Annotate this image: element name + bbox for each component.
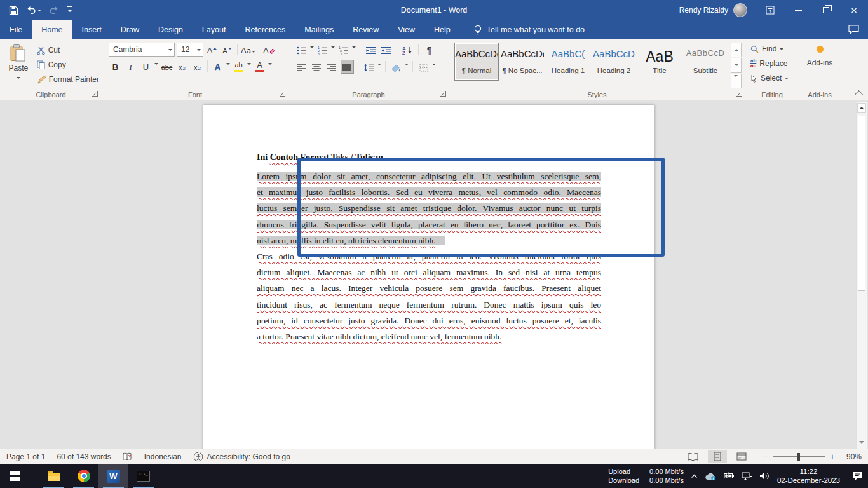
page-count[interactable]: Page 1 of 1 — [6, 452, 45, 461]
taskbar-chrome[interactable] — [69, 464, 98, 488]
multilevel-dropdown-icon[interactable] — [352, 46, 356, 50]
bold-button[interactable]: B — [109, 59, 122, 73]
sort-button[interactable]: AZ — [401, 43, 414, 57]
align-right-button[interactable] — [325, 60, 339, 74]
clear-formatting-button[interactable]: A — [262, 43, 276, 57]
taskbar-terminal[interactable]: C:\_ — [128, 464, 158, 488]
avatar[interactable] — [733, 3, 747, 17]
text-effects-dropdown-icon[interactable] — [226, 63, 230, 67]
style-title[interactable]: AaBTitle — [637, 43, 682, 81]
taskbar-file-explorer[interactable] — [39, 464, 69, 488]
action-center-icon[interactable] — [852, 471, 863, 481]
styles-dialog-launcher-icon[interactable] — [736, 91, 742, 97]
font-dialog-launcher-icon[interactable] — [280, 91, 285, 97]
numbering-dropdown-icon[interactable] — [331, 46, 335, 50]
language-indicator[interactable]: Indonesian — [144, 452, 182, 461]
word-count[interactable]: 60 of 143 words — [57, 452, 111, 461]
undo-button[interactable] — [26, 6, 41, 15]
tell-me-box[interactable]: Tell me what you want to do — [474, 20, 585, 39]
style-subtitle[interactable]: AaBbCcDSubtitle — [683, 43, 728, 81]
tray-expand-icon[interactable] — [691, 474, 698, 478]
speaker-icon[interactable] — [759, 471, 770, 480]
tab-review[interactable]: Review — [343, 20, 388, 39]
shrink-font-button[interactable]: A — [220, 43, 234, 57]
copy-button[interactable]: Copy — [37, 58, 99, 72]
scroll-down-icon[interactable] — [857, 437, 866, 447]
add-ins-button[interactable]: Add-ins — [807, 58, 833, 67]
cut-button[interactable]: Cut — [37, 43, 99, 57]
borders-button[interactable] — [417, 60, 430, 74]
select-button[interactable]: Select — [750, 71, 796, 85]
tab-view[interactable]: View — [388, 20, 424, 39]
shading-dropdown-icon[interactable] — [405, 64, 409, 67]
format-painter-button[interactable]: Format Painter — [37, 72, 99, 86]
line-spacing-button[interactable] — [362, 60, 376, 74]
find-button[interactable]: Find — [750, 42, 796, 56]
taskbar-clock[interactable]: 11:22 02-December-2023 — [777, 467, 840, 485]
styles-scroll-down-icon[interactable] — [731, 58, 742, 72]
zoom-percentage[interactable]: 90% — [840, 452, 862, 461]
numbering-button[interactable]: 123 — [316, 43, 329, 57]
print-layout-button[interactable] — [708, 450, 727, 463]
font-name-select[interactable]: Cambria — [109, 43, 175, 57]
shading-button[interactable] — [390, 60, 403, 74]
underline-dropdown-icon[interactable] — [154, 63, 158, 67]
zoom-slider[interactable] — [773, 456, 825, 458]
paste-button[interactable]: Paste — [5, 42, 32, 88]
onedrive-icon[interactable]: i — [705, 472, 717, 480]
network-icon[interactable] — [742, 472, 752, 480]
account-name[interactable]: Rendy Rizaldy — [679, 6, 728, 15]
align-left-button[interactable] — [295, 60, 308, 74]
styles-more-icon[interactable] — [731, 74, 742, 88]
change-case-button[interactable]: Aa — [241, 43, 255, 57]
multilevel-list-button[interactable]: 1ai — [337, 43, 350, 57]
grow-font-button[interactable]: A — [205, 43, 219, 57]
scroll-up-icon[interactable] — [857, 103, 866, 113]
font-color-dropdown-icon[interactable] — [268, 63, 272, 67]
subscript-button[interactable]: x2 — [175, 59, 189, 73]
paragraph-dialog-launcher-icon[interactable] — [440, 91, 446, 97]
align-center-button[interactable] — [310, 60, 323, 74]
document-page[interactable]: Ini Contoh Format Teks / Tulisan Lorem i… — [203, 105, 654, 449]
proofing-icon[interactable] — [123, 452, 133, 461]
scrollbar-thumb[interactable] — [858, 116, 865, 291]
replace-button[interactable]: abac Replace — [750, 57, 796, 71]
network-speed-monitor[interactable]: Upload0.00 Mbit/s Download0.00 Mbit/s — [608, 467, 684, 485]
decrease-indent-button[interactable] — [364, 43, 377, 57]
show-formatting-marks-button[interactable]: ¶ — [423, 43, 436, 57]
superscript-button[interactable]: x2 — [191, 59, 204, 73]
bullets-button[interactable] — [295, 43, 308, 57]
comments-icon[interactable] — [848, 25, 859, 34]
accessibility-status[interactable]: Accessibility: Good to go — [193, 452, 290, 462]
tab-draw[interactable]: Draw — [111, 20, 149, 39]
highlight-color-button[interactable]: ab — [232, 59, 245, 73]
tab-mailings[interactable]: Mailings — [295, 20, 343, 39]
font-size-select[interactable]: 12 — [177, 43, 203, 57]
collapse-ribbon-icon[interactable] — [855, 90, 863, 98]
styles-scroll-up-icon[interactable] — [731, 43, 742, 57]
bullets-dropdown-icon[interactable] — [310, 46, 314, 50]
tab-file[interactable]: File — [0, 20, 32, 39]
zoom-slider-thumb[interactable] — [797, 453, 800, 461]
text-effects-button[interactable]: A — [211, 59, 224, 73]
strikethrough-button[interactable]: abc — [160, 59, 173, 73]
tab-insert[interactable]: Insert — [72, 20, 111, 39]
minimize-button[interactable] — [784, 0, 812, 20]
justify-button[interactable] — [341, 60, 354, 74]
zoom-in-button[interactable]: + — [830, 452, 835, 461]
borders-dropdown-icon[interactable] — [432, 64, 436, 67]
close-button[interactable]: × — [840, 0, 868, 20]
clipboard-dialog-launcher-icon[interactable] — [92, 91, 98, 97]
battery-icon[interactable] — [724, 472, 735, 480]
style-no-spacing[interactable]: AaBbCcDc¶ No Spac... — [500, 43, 545, 81]
underline-button[interactable]: U — [139, 59, 153, 73]
tab-design[interactable]: Design — [149, 20, 193, 39]
restore-button[interactable] — [812, 0, 840, 20]
italic-button[interactable]: I — [124, 59, 137, 73]
save-icon[interactable] — [9, 6, 18, 15]
tab-references[interactable]: References — [235, 20, 295, 39]
tab-layout[interactable]: Layout — [193, 20, 236, 39]
vertical-scrollbar[interactable] — [856, 102, 867, 449]
style-normal[interactable]: AaBbCcDc¶ Normal — [454, 43, 499, 81]
font-color-button[interactable]: A — [253, 59, 266, 73]
